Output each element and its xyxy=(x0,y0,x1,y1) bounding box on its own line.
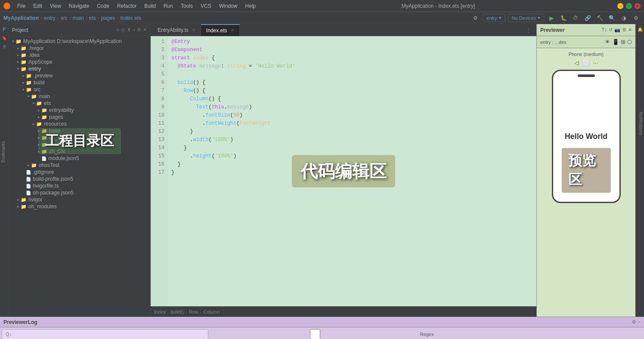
menu-navigate[interactable]: Navigate xyxy=(65,2,93,10)
tree-pages[interactable]: ▸ 📁 pages xyxy=(9,114,150,120)
menu-edit[interactable]: Edit xyxy=(30,2,46,10)
editor-menu-icon[interactable]: ⋮ xyxy=(523,27,535,33)
tree-idea[interactable]: ▸ 📁 .idea xyxy=(9,52,150,59)
tree-ohostest[interactable]: ▸ 📁 ohosTest xyxy=(9,162,150,169)
structure-icon[interactable]: ≣ xyxy=(1,43,8,50)
tree-resources[interactable]: ▸ 📁 resources xyxy=(9,120,150,127)
bc-index[interactable]: Index xyxy=(154,309,166,314)
tree-gitignore[interactable]: ▸ 📄 .gitignore xyxy=(9,169,150,176)
sort-icon[interactable]: ≈ xyxy=(133,27,135,33)
text-icon[interactable]: T↕ xyxy=(602,27,607,33)
more-icon[interactable]: ··· xyxy=(593,59,598,66)
bc-row[interactable]: Row xyxy=(189,309,198,314)
tab-index-ets[interactable]: Index.ets ✕ xyxy=(201,24,240,36)
log-search-input[interactable] xyxy=(2,329,208,339)
settings2-icon[interactable]: ⚙ xyxy=(631,13,641,23)
phone-rotate-icon[interactable]: 📱 xyxy=(612,39,619,45)
home-icon[interactable]: ⬜ xyxy=(582,59,590,66)
bc-column[interactable]: Column xyxy=(204,309,220,314)
grid-icon[interactable]: ⊞ xyxy=(621,39,625,45)
close-tab-icon[interactable]: ✕ xyxy=(192,28,195,32)
tree-hvigor[interactable]: ▸ 📁 .hvigor xyxy=(9,45,150,52)
tree-preview[interactable]: ▸ 📁 .preview xyxy=(9,72,150,79)
menu-code[interactable]: Code xyxy=(93,2,113,10)
device-selector[interactable]: No Devices ▾ xyxy=(508,14,544,22)
theme-icon[interactable]: ◑ xyxy=(619,13,629,23)
refresh-icon[interactable]: ↺ xyxy=(609,27,613,33)
tree-zh-cn[interactable]: ▸ 📁 zh_CN xyxy=(9,148,150,155)
profile-button[interactable]: ⏱ xyxy=(571,13,580,23)
run-config-selector[interactable]: entry ▾ xyxy=(483,14,505,22)
menu-run[interactable]: Run xyxy=(160,2,176,10)
tree-entryability[interactable]: ▸ 📁 entryability xyxy=(9,107,150,114)
editor-breadcrumb: Index › build() › Row › Column xyxy=(151,306,536,317)
tree-entry[interactable]: ▾ 📁 entry xyxy=(9,65,150,72)
menu-tools[interactable]: Tools xyxy=(177,2,196,10)
close-button[interactable]: ✕ xyxy=(635,3,641,9)
screenshot-icon[interactable]: 📷 xyxy=(614,27,620,33)
menu-refactor[interactable]: Refactor xyxy=(114,2,140,10)
expand2-icon[interactable]: ⬡ xyxy=(627,39,632,45)
tree-oh-modules[interactable]: ▸ 📁 oh_modules xyxy=(9,203,150,210)
breadcrumb-pages[interactable]: pages xyxy=(101,15,115,21)
tree-build[interactable]: ▸ 📁 build xyxy=(9,79,150,86)
menu-window[interactable]: Window xyxy=(216,2,241,10)
search-icon[interactable]: 🔍 xyxy=(607,13,616,23)
menu-help[interactable]: Help xyxy=(242,2,259,10)
bc-build[interactable]: build() xyxy=(171,309,184,314)
breadcrumb-entry[interactable]: entry xyxy=(44,15,56,21)
settings-icon[interactable]: ⚙ xyxy=(137,27,141,33)
run-button[interactable]: ▶ xyxy=(547,13,556,23)
tree-build-profile[interactable]: ▸ 📄 build-profile.json5 xyxy=(9,176,150,182)
breadcrumb-src[interactable]: src xyxy=(61,15,68,21)
code-editor[interactable]: @Entry @Component struct Index { @State … xyxy=(168,36,536,306)
breadcrumb-main[interactable]: main xyxy=(73,15,84,21)
main-area: P 🔖 ≣ Project ≡ ◎ ⬆ ≈ ⚙ ✕ ▾ 📁 MyApplicat… xyxy=(0,24,644,317)
regex-checkbox[interactable]: Regex xyxy=(212,329,434,339)
tree-hvigorfile[interactable]: ▸ 📄 hvigorfile.ts xyxy=(9,182,150,189)
tree-hvigor-top[interactable]: ▸ 📁 hvigor xyxy=(9,196,150,203)
attach-button[interactable]: 🔗 xyxy=(583,13,592,23)
menu-vcs[interactable]: VCS xyxy=(197,2,215,10)
breadcrumb-file[interactable]: Index.ets xyxy=(120,15,141,21)
previewer-settings-icon[interactable]: ⚙ xyxy=(622,27,626,33)
menu-file[interactable]: File xyxy=(14,2,29,10)
close-tab-icon[interactable]: ✕ xyxy=(231,28,234,33)
maximize-button[interactable]: □ xyxy=(626,3,632,9)
eye-icon[interactable]: 👁 xyxy=(605,39,610,45)
tree-rawfile[interactable]: ▸ 📁 rawfile xyxy=(9,141,150,148)
back-icon[interactable]: ◁ xyxy=(574,59,579,66)
locate-file-icon[interactable]: ◎ xyxy=(121,27,125,33)
expand-icon[interactable]: ⬆ xyxy=(127,27,131,33)
log-settings-icon[interactable]: ⚙ xyxy=(632,319,636,325)
log-minimize-icon[interactable]: − xyxy=(638,319,641,325)
folder-icon: 📁 xyxy=(21,59,27,65)
code-area[interactable]: 12345 678910 1112131415 1617 @Entry @Com… xyxy=(151,36,536,306)
settings-icon[interactable]: ⚙ xyxy=(471,13,480,23)
regex-input[interactable] xyxy=(212,329,418,339)
close-panel-icon[interactable]: ✕ xyxy=(143,27,147,33)
folder-icon: 📁 xyxy=(41,114,47,120)
tree-oh-package[interactable]: ▸ 📄 oh-package.json5 xyxy=(9,189,150,196)
minimize-button[interactable]: − xyxy=(617,3,623,9)
notifications-icon[interactable]: 🔔 xyxy=(637,26,644,33)
previewer-close-icon[interactable]: ✕ xyxy=(628,27,632,33)
tree-module-json5[interactable]: ▸ 📄 module.json5 xyxy=(9,155,150,162)
tab-entryability[interactable]: EntryAbility.ts ✕ xyxy=(152,24,201,36)
tree-en-us[interactable]: ▸ 📁 en_US xyxy=(9,134,150,141)
debug-button[interactable]: 🐛 xyxy=(559,13,568,23)
tree-root[interactable]: ▾ 📁 MyApplication D:\workspace\MyApplica… xyxy=(9,38,150,45)
bookmarks-icon[interactable]: 🔖 xyxy=(1,34,8,41)
tree-appscope[interactable]: ▸ 📁 AppScope xyxy=(9,59,150,65)
project-icon[interactable]: P xyxy=(1,26,8,33)
menu-build[interactable]: Build xyxy=(141,2,159,10)
breadcrumb-ets[interactable]: ets xyxy=(89,15,96,21)
menu-view[interactable]: View xyxy=(46,2,65,10)
tree-src[interactable]: ▾ 📁 src xyxy=(9,86,150,93)
tree-ets[interactable]: ▾ 📁 ets xyxy=(9,100,150,107)
build-button[interactable]: 🔨 xyxy=(595,13,604,23)
breadcrumb-myapp[interactable]: MyApplication xyxy=(3,15,39,21)
tree-base[interactable]: ▸ 📁 base xyxy=(9,127,150,134)
tree-main[interactable]: ▾ 📁 main xyxy=(9,93,150,100)
collapse-all-icon[interactable]: ≡ xyxy=(117,27,119,33)
